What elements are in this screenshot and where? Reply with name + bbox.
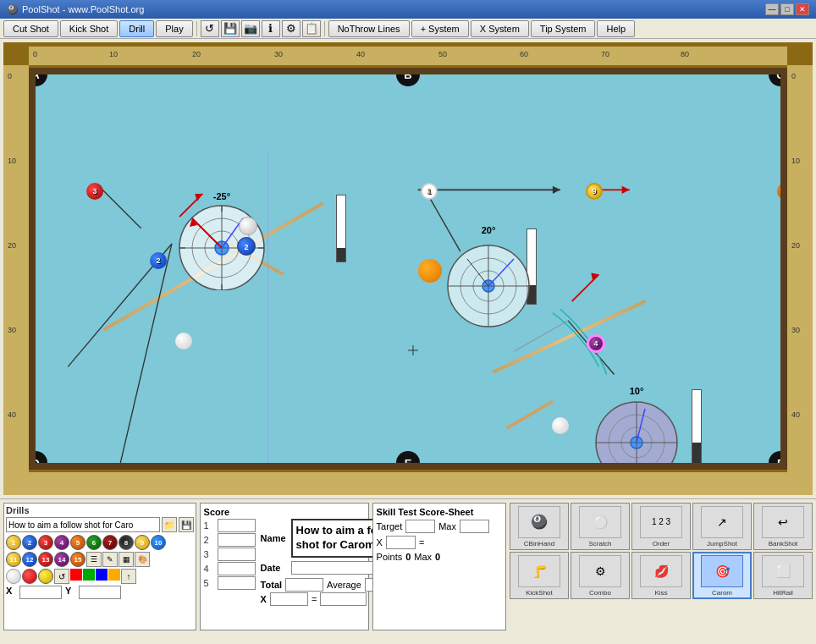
aim-dial-3: 10° — [586, 386, 687, 470]
ruler-left-30: 30 — [8, 326, 16, 334]
ball-selector-row2: 11 12 13 14 15 ☰ ✎ ▦ 🎨 — [6, 552, 194, 567]
swatch-blue[interactable] — [96, 569, 108, 581]
ball-sel-15[interactable]: 15 — [70, 552, 85, 567]
ball-sel-3[interactable]: 3 — [38, 535, 53, 550]
ball-sel-7[interactable]: 7 — [102, 535, 118, 550]
hitrail-button[interactable]: ⬜ HitRail — [753, 552, 813, 599]
drill-grid-button[interactable]: ▦ — [119, 552, 134, 567]
skill-x-label: X — [377, 537, 383, 548]
y-input[interactable] — [79, 586, 121, 599]
cue-ball-3 — [552, 417, 569, 434]
ball-sel-5[interactable]: 5 — [70, 535, 85, 550]
ball-sel-13[interactable]: 13 — [38, 552, 53, 567]
ball-sel-10[interactable]: 10 — [151, 535, 166, 550]
pocket-label-f: F — [769, 451, 787, 470]
ball-sel-yellow[interactable] — [38, 569, 53, 584]
swatch-red[interactable] — [70, 569, 82, 581]
score-num-4: 4 — [204, 564, 214, 574]
max-input[interactable] — [460, 520, 489, 533]
bankshot-button[interactable]: ↩ BankShot — [753, 503, 813, 550]
drills-title: Drills — [6, 505, 194, 515]
drill-name-row: 📁 💾 — [6, 517, 194, 532]
swatch-green[interactable] — [83, 569, 95, 581]
scratch-button[interactable]: ⚪ Scratch — [571, 503, 630, 550]
score-rows: 1 2 3 4 5 — [204, 519, 256, 606]
cue-ball: 1 — [421, 183, 438, 200]
x-mult-input[interactable] — [270, 592, 308, 606]
ball-sel-12[interactable]: 12 — [22, 552, 37, 567]
play-button[interactable]: Play — [156, 20, 192, 37]
drill-edit-button[interactable]: ✎ — [102, 552, 118, 567]
cbinhand-button[interactable]: 🎱 CBinHand — [510, 503, 569, 550]
minimize-button[interactable]: — — [765, 3, 779, 15]
drill-color-button[interactable]: 🎨 — [135, 552, 150, 567]
help-button[interactable]: Help — [597, 20, 635, 37]
settings-icon-button[interactable]: ⚙ — [282, 20, 300, 37]
score-panel: Score 1 2 3 4 — [200, 503, 369, 630]
skill-x-input[interactable] — [386, 536, 416, 549]
max-points-label: Max — [414, 552, 432, 562]
object-ball-orange — [418, 259, 442, 283]
reset-icon-button[interactable]: ↺ — [201, 20, 219, 37]
swatch-orange[interactable] — [108, 569, 120, 581]
tip-system-button[interactable]: Tip System — [531, 20, 596, 37]
kick-shot-button[interactable]: Kick Shot — [60, 20, 118, 37]
pocket-label-e: E — [396, 451, 420, 470]
total-input[interactable] — [285, 578, 323, 592]
arrow-up-button[interactable]: ↑ — [121, 569, 136, 584]
ruler-right-20: 20 — [791, 241, 800, 250]
combo-button[interactable]: ⚙ Combo — [571, 552, 630, 599]
maximize-button[interactable]: □ — [780, 3, 794, 15]
y-label: Y — [65, 586, 75, 599]
stroke-gauge-1 — [336, 195, 346, 262]
ball-sel-8[interactable]: 8 — [119, 535, 134, 550]
drill-folder-button[interactable]: 📁 — [162, 517, 177, 532]
ball-sel-4[interactable]: 4 — [54, 535, 69, 550]
ball-sel-14[interactable]: 14 — [54, 552, 69, 567]
ball-sel-cue[interactable] — [6, 569, 21, 584]
camera-icon-button[interactable]: 📷 — [241, 20, 260, 37]
ball-sel-11[interactable]: 11 — [6, 552, 21, 567]
score-input-3[interactable] — [218, 548, 256, 561]
x-system-button[interactable]: X System — [471, 20, 529, 37]
score-input-4[interactable] — [218, 562, 256, 575]
score-input-5[interactable] — [218, 576, 256, 590]
main-toolbar: Cut Shot Kick Shot Drill Play ↺ 💾 📷 ℹ ⚙ … — [0, 19, 816, 39]
drill-button[interactable]: Drill — [119, 20, 154, 37]
order-button[interactable]: 1 2 3 Order — [631, 503, 691, 550]
no-throw-button[interactable]: NoThrow Lines — [328, 20, 410, 37]
drill-name-input[interactable] — [6, 517, 160, 532]
close-button[interactable]: ✕ — [796, 3, 809, 15]
x-label: X — [6, 586, 16, 599]
max-label: Max — [438, 521, 456, 531]
plus-system-button[interactable]: + System — [411, 20, 469, 37]
target-input[interactable] — [405, 520, 435, 533]
ball-sel-red[interactable] — [22, 569, 37, 584]
info-icon-button[interactable]: ℹ — [262, 20, 280, 37]
kiss-button[interactable]: 💋 Kiss — [631, 552, 691, 599]
drill-save-button[interactable]: 💾 — [179, 517, 194, 532]
kickshot-button[interactable]: 🦵 KickShot — [510, 552, 569, 599]
ruler-top-70: 70 — [601, 50, 609, 58]
hitrail-label: HitRail — [773, 589, 793, 597]
drill-list-button[interactable]: ☰ — [86, 552, 102, 567]
ball-sel-2[interactable]: 2 — [22, 535, 37, 550]
ball-sel-1[interactable]: 1 — [6, 535, 21, 550]
result-input[interactable] — [320, 592, 367, 606]
ball-sel-6[interactable]: 6 — [86, 535, 102, 550]
rotate-button[interactable]: ↺ — [54, 569, 69, 584]
score-num-1: 1 — [204, 520, 214, 531]
config-icon-button[interactable]: 📋 — [302, 20, 321, 37]
score-input-2[interactable] — [218, 533, 256, 547]
save-icon-button[interactable]: 💾 — [221, 20, 240, 37]
carom-button[interactable]: 🎯 Carom — [692, 552, 752, 599]
ruler-top: 0 10 20 30 40 50 60 70 80 — [29, 47, 787, 65]
score-input-1[interactable] — [218, 519, 256, 532]
svg-line-4 — [114, 244, 172, 463]
x-input[interactable] — [19, 586, 62, 599]
jumpshot-button[interactable]: ↗ JumpShot — [692, 503, 752, 550]
pool-table-felt[interactable]: A B C D E F 3 2 1 9 5 — [29, 68, 787, 470]
bankshot-label: BankShot — [769, 540, 798, 548]
cut-shot-button[interactable]: Cut Shot — [3, 20, 58, 37]
ball-sel-9[interactable]: 9 — [135, 535, 150, 550]
